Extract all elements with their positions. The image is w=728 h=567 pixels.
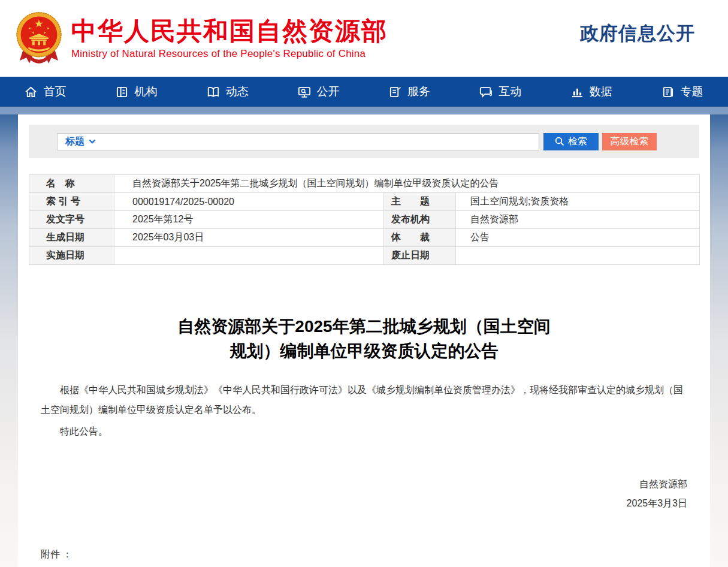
meta-value-index: 000019174/2025-00020 xyxy=(114,193,384,211)
nav-sub-strip xyxy=(0,107,728,114)
article: 自然资源部关于2025年第二批城乡规划（国土空间 规划）编制单位甲级资质认定的公… xyxy=(18,314,710,567)
search-button[interactable]: 检索 xyxy=(543,133,599,150)
chat-bubbles-icon xyxy=(479,86,493,98)
meta-row-impl: 实施日期 废止日期 xyxy=(29,247,700,265)
nav-item-topics[interactable]: 专题 xyxy=(637,77,728,107)
nav-label: 数据 xyxy=(590,84,612,99)
nav-item-news[interactable]: 动态 xyxy=(182,77,273,107)
attachments-section: 附件 ： 1. 城乡规划（国土空间规划）编制单位甲级资质认定名单（2025年第二… xyxy=(41,545,687,567)
national-emblem-icon xyxy=(15,10,63,68)
signature-date: 2025年3月3日 xyxy=(41,494,687,513)
meta-label-repeal: 废止日期 xyxy=(384,247,456,265)
advanced-search-label: 高级检索 xyxy=(611,135,649,148)
nav-label: 公开 xyxy=(317,84,340,99)
nav-item-interaction[interactable]: 互动 xyxy=(455,77,546,107)
chevron-down-icon xyxy=(89,139,96,144)
site-title-block[interactable]: 中华人民共和国自然资源部 Ministry of Natural Resourc… xyxy=(71,17,388,60)
page-background: 标题 检索 高级检索 名 称 自然资源 xyxy=(0,114,728,567)
nav-label: 专题 xyxy=(681,84,703,99)
meta-label-issuer: 发布机构 xyxy=(384,211,456,229)
meta-label-subject: 主 题 xyxy=(384,193,456,211)
nav-label: 机构 xyxy=(134,84,157,99)
article-title-line1: 自然资源部关于2025年第二批城乡规划（国土空间 xyxy=(41,314,687,339)
attachment-link-1[interactable]: 1. 城乡规划（国土空间规划）编制单位甲级资质认定名单（2025年第二批）.xl… xyxy=(58,563,687,567)
attachments-label: 附件 ： xyxy=(41,545,687,563)
meta-label-gendate: 生成日期 xyxy=(29,229,114,247)
main-navigation: 首页 机构 动态 公开 服务 xyxy=(0,77,728,107)
article-title: 自然资源部关于2025年第二批城乡规划（国土空间 规划）编制单位甲级资质认定的公… xyxy=(41,314,687,363)
nav-label: 互动 xyxy=(499,84,521,99)
topics-doc-icon xyxy=(662,86,675,98)
gov-info-disclosure-link[interactable]: 政府信息公开 xyxy=(580,21,695,46)
meta-label-name: 名 称 xyxy=(29,175,114,193)
meta-value-docnum: 2025年第12号 xyxy=(114,211,384,229)
nav-item-disclosure[interactable]: 公开 xyxy=(273,77,364,107)
nav-label: 动态 xyxy=(226,84,249,99)
organization-icon xyxy=(116,86,128,98)
site-title: 中华人民共和国自然资源部 xyxy=(71,17,388,46)
meta-value-subject: 国土空间规划;资质资格 xyxy=(456,193,700,211)
nav-label: 首页 xyxy=(43,84,66,99)
meta-row-name: 名 称 自然资源部关于2025年第二批城乡规划（国土空间规划）编制单位甲级资质认… xyxy=(29,175,700,193)
meta-value-issuer: 自然资源部 xyxy=(456,211,700,229)
article-paragraph: 特此公告。 xyxy=(41,421,687,441)
search-button-label: 检索 xyxy=(568,135,587,148)
nav-item-home[interactable]: 首页 xyxy=(0,77,91,107)
meta-value-gendate: 2025年03月03日 xyxy=(114,229,384,247)
article-paragraph: 根据《中华人民共和国城乡规划法》《中华人民共和国行政许可法》以及《城乡规划编制单… xyxy=(41,380,687,420)
content-card: 标题 检索 高级检索 名 称 自然资源 xyxy=(18,114,710,567)
search-field-selector[interactable]: 标题 xyxy=(65,135,96,148)
service-doc-icon xyxy=(389,86,401,98)
meta-label-docnum: 发文字号 xyxy=(29,211,114,229)
search-panel: 标题 检索 高级检索 xyxy=(29,125,699,158)
meta-row-gendate: 生成日期 2025年03月03日 体 裁 公告 xyxy=(29,229,700,247)
article-title-line2: 规划）编制单位甲级资质认定的公告 xyxy=(41,339,687,363)
meta-value-name: 自然资源部关于2025年第二批城乡规划（国土空间规划）编制单位甲级资质认定的公告 xyxy=(114,175,700,193)
nav-label: 服务 xyxy=(407,84,430,99)
site-subtitle: Ministry of Natural Resources of the Peo… xyxy=(71,48,388,60)
document-meta-table: 名 称 自然资源部关于2025年第二批城乡规划（国土空间规划）编制单位甲级资质认… xyxy=(29,174,700,265)
article-body: 根据《中华人民共和国城乡规划法》《中华人民共和国行政许可法》以及《城乡规划编制单… xyxy=(41,380,687,441)
home-icon xyxy=(25,86,37,98)
signature-block: 自然资源部 2025年3月3日 xyxy=(41,475,687,513)
search-icon xyxy=(555,137,564,146)
meta-label-impl: 实施日期 xyxy=(29,247,114,265)
nav-item-service[interactable]: 服务 xyxy=(364,77,455,107)
meta-row-index: 索 引 号 000019174/2025-00020 主 题 国土空间规划;资质… xyxy=(29,193,700,211)
meta-value-genre: 公告 xyxy=(456,229,700,247)
nav-item-data[interactable]: 数据 xyxy=(546,77,637,107)
meta-row-docnum: 发文字号 2025年第12号 发布机构 自然资源部 xyxy=(29,211,700,229)
site-header: 中华人民共和国自然资源部 Ministry of Natural Resourc… xyxy=(0,0,728,77)
bar-chart-icon xyxy=(571,86,584,98)
meta-label-genre: 体 裁 xyxy=(384,229,456,247)
meta-label-index: 索 引 号 xyxy=(29,193,114,211)
search-input[interactable]: 标题 xyxy=(57,133,539,150)
disclosure-screen-icon xyxy=(298,86,311,98)
meta-value-repeal xyxy=(456,247,700,265)
meta-value-impl xyxy=(114,247,384,265)
nav-item-organization[interactable]: 机构 xyxy=(91,77,182,107)
search-field-label: 标题 xyxy=(65,135,84,148)
advanced-search-button[interactable]: 高级检索 xyxy=(602,133,657,150)
news-book-icon xyxy=(207,86,220,98)
signature-issuer: 自然资源部 xyxy=(41,475,687,494)
